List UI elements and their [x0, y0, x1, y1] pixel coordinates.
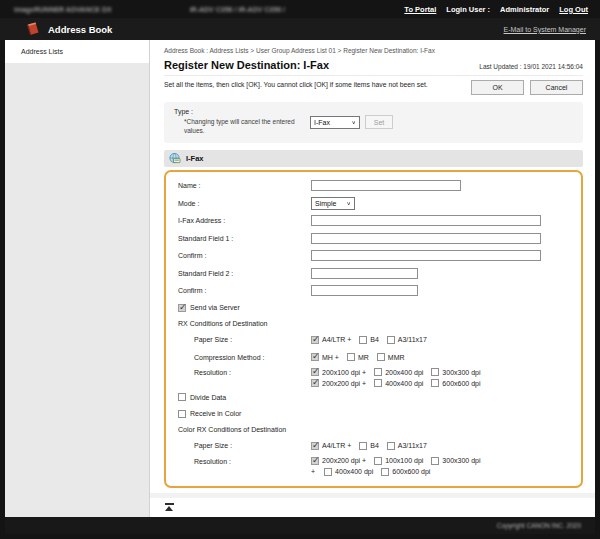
cancel-button[interactable]: Cancel	[530, 80, 583, 95]
rx-res-300x300-checkbox[interactable]	[431, 368, 439, 376]
ifax-section-header: I-Fax	[164, 150, 583, 167]
copyright-text: Copyright CANON INC. 2020	[497, 522, 581, 529]
receive-in-color-checkbox[interactable]	[178, 410, 186, 418]
type-select-value: I-Fax	[314, 119, 330, 126]
footer-bar: Copyright CANON INC. 2020	[5, 517, 595, 534]
name-label: Name :	[178, 182, 311, 189]
back-to-top-icon	[165, 503, 174, 505]
ok-button[interactable]: OK	[471, 80, 524, 95]
confirm-1-input[interactable]	[311, 250, 541, 261]
color-rx-res-200x200-checkbox[interactable]	[311, 457, 319, 465]
remote-ui-window: imageRUNNER ADVANCE DX iR-ADV C356 / iR-…	[0, 0, 600, 539]
sidebar-item-address-lists[interactable]: Address Lists	[5, 40, 149, 63]
field-row-standard-field-2: Standard Field 2 :	[178, 265, 571, 283]
color-rx-resolution-group: 200x200 dpi + 100x100 dpi 300x300 dpi + …	[311, 457, 481, 476]
device-name: iR-ADV C356 / iR-ADV C356 /	[190, 6, 285, 13]
type-note: *Changing type will cancel the entered v…	[184, 117, 306, 136]
field-row-ifax-address: I-Fax Address :	[178, 212, 571, 230]
color-rx-paper-b4-checkbox[interactable]	[359, 442, 367, 450]
color-rx-res-600x600-checkbox[interactable]	[381, 468, 389, 476]
plus-prefix: +	[311, 468, 315, 475]
color-rx-paper-size-row: Paper Size : A4/LTR + B4 A3/11x17	[178, 437, 571, 455]
field-row-confirm-2: Confirm :	[178, 282, 571, 300]
color-rx-res-300x300-checkbox[interactable]	[431, 457, 439, 465]
to-portal-link[interactable]: To Portal	[404, 5, 436, 14]
section-title: I-Fax	[186, 154, 204, 163]
standard-field-1-input[interactable]	[311, 233, 541, 244]
chevron-down-icon: ∨	[352, 119, 356, 125]
rx-res-600x600-checkbox[interactable]	[431, 379, 439, 387]
rx-resolution-row: Resolution : 200x100 dpi + 200x400 dpi 3…	[178, 366, 571, 389]
breadcrumb[interactable]: Address Book : Address Lists > User Grou…	[164, 47, 583, 54]
sidebar: Address Lists	[5, 40, 150, 517]
confirm-2-input[interactable]	[311, 285, 418, 296]
rx-conditions-title: RX Conditions of Destination	[178, 316, 571, 331]
rx-compression-group: MH + MR MMR	[311, 353, 405, 361]
rx-resolution-group: 200x100 dpi + 200x400 dpi 300x300 dpi 20…	[311, 368, 481, 387]
type-panel: Type : *Changing type will cancel the en…	[164, 102, 583, 143]
color-rx-resolution-label: Resolution :	[178, 457, 311, 465]
back-to-top-button[interactable]	[164, 503, 174, 511]
sidebar-item-label: Address Lists	[21, 48, 63, 55]
top-utility-bar: imageRUNNER ADVANCE DX iR-ADV C356 / iR-…	[0, 0, 600, 18]
name-input[interactable]	[311, 180, 461, 191]
log-out-link[interactable]: Log Out	[559, 5, 588, 14]
field-row-standard-field-1: Standard Field 1 :	[178, 230, 571, 248]
send-via-server-checkbox[interactable]	[178, 304, 186, 312]
ifax-address-input[interactable]	[311, 215, 541, 226]
ifax-address-label: I-Fax Address :	[178, 217, 311, 224]
mode-select-value: Simple	[315, 200, 336, 207]
address-book-icon	[25, 22, 40, 36]
rx-compression-mmr-checkbox[interactable]	[377, 353, 385, 361]
divide-data-checkbox[interactable]	[178, 393, 186, 401]
rx-paper-b4-checkbox[interactable]	[359, 336, 367, 344]
instruction-row: Set all the items, then click [OK]. You …	[164, 80, 583, 95]
page-title: Register New Destination: I-Fax	[164, 59, 329, 71]
top-right-links: To Portal Login User : Administrator Log…	[404, 5, 588, 14]
rx-paper-a3-checkbox[interactable]	[387, 336, 395, 344]
rx-paper-size-label: Paper Size :	[178, 336, 311, 343]
type-select[interactable]: I-Fax ∨	[310, 116, 360, 129]
color-rx-paper-size-group: A4/LTR + B4 A3/11x17	[311, 442, 427, 450]
rx-res-200x400-checkbox[interactable]	[374, 368, 382, 376]
color-rx-conditions-title: Color RX Conditions of Destination	[178, 422, 571, 437]
device-model: imageRUNNER ADVANCE DX	[14, 6, 112, 13]
rx-res-400x400-checkbox[interactable]	[374, 379, 382, 387]
ifax-form-box: Name : Mode : Simple ∨ I-Fax Address : S…	[164, 170, 583, 488]
rx-paper-size-row: Paper Size : A4/LTR + B4 A3/11x17	[178, 331, 571, 349]
rx-res-200x100-checkbox[interactable]	[311, 368, 319, 376]
set-button[interactable]: Set	[365, 115, 393, 129]
action-buttons: OK Cancel	[471, 80, 583, 95]
receive-in-color-row: Receive in Color	[178, 406, 571, 423]
confirm-2-label: Confirm :	[178, 287, 311, 294]
main-content: Address Book : Address Lists > User Grou…	[150, 40, 595, 517]
color-rx-paper-a4ltr-checkbox[interactable]	[311, 442, 319, 450]
rx-compression-row: Compression Method : MH + MR MMR	[178, 349, 571, 367]
field-row-mode: Mode : Simple ∨	[178, 195, 571, 213]
rx-res-200x200-checkbox[interactable]	[311, 379, 319, 387]
mode-select[interactable]: Simple ∨	[311, 197, 355, 210]
color-rx-resolution-row: Resolution : 200x200 dpi + 100x100 dpi 3…	[178, 455, 571, 478]
rx-compression-label: Compression Method :	[178, 354, 311, 361]
type-label: Type :	[174, 108, 573, 115]
title-row: Register New Destination: I-Fax Last Upd…	[164, 59, 583, 76]
color-rx-paper-a3-checkbox[interactable]	[387, 442, 395, 450]
standard-field-1-label: Standard Field 1 :	[178, 235, 311, 242]
color-rx-paper-size-label: Paper Size :	[178, 442, 311, 449]
standard-field-2-label: Standard Field 2 :	[178, 270, 311, 277]
rx-resolution-label: Resolution :	[178, 368, 311, 376]
rx-compression-mr-checkbox[interactable]	[347, 353, 355, 361]
field-row-confirm-1: Confirm :	[178, 247, 571, 265]
rx-paper-a4ltr-checkbox[interactable]	[311, 336, 319, 344]
mail-to-system-manager-link[interactable]: E-Mail to System Manager	[504, 26, 586, 33]
instruction-text: Set all the items, then click [OK]. You …	[164, 80, 464, 90]
chevron-down-icon: ∨	[347, 200, 351, 206]
page-body: Address Lists Address Book : Address Lis…	[5, 40, 595, 517]
mode-label: Mode :	[178, 200, 311, 207]
color-rx-res-400x400-checkbox[interactable]	[324, 468, 332, 476]
color-rx-res-100x100-checkbox[interactable]	[374, 457, 382, 465]
section-end-bar	[150, 493, 595, 498]
standard-field-2-input[interactable]	[311, 268, 418, 279]
rx-compression-mh-checkbox[interactable]	[311, 353, 319, 361]
login-user-label: Login User :	[446, 5, 490, 14]
